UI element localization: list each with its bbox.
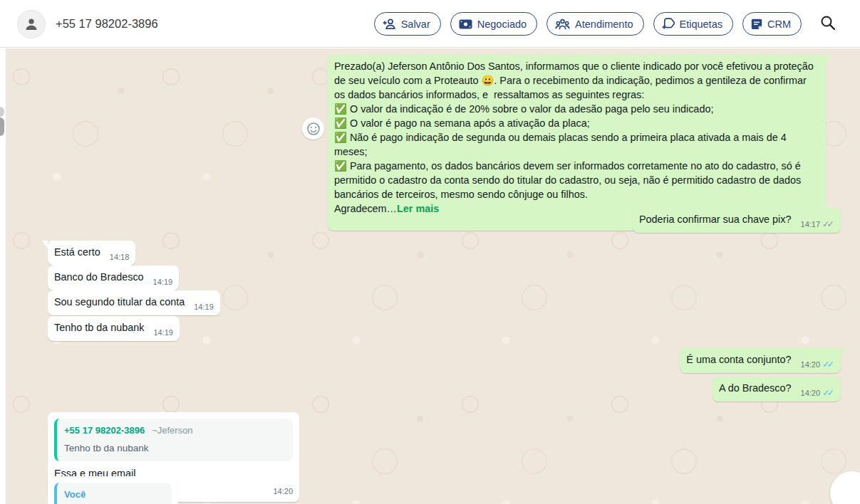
scroll-to-bottom-button[interactable]	[830, 471, 860, 504]
double-check-icon	[822, 217, 834, 231]
quote-author-suffix: ~Jeferson	[152, 425, 192, 436]
message-text: Sou segundo titular da conta	[54, 296, 185, 308]
message-text: A do Bradesco?	[719, 382, 792, 394]
message-bubble-out: Poderia confirmar sua chave pix? 14:17	[633, 208, 841, 233]
quote-block[interactable]: +55 17 98202-3896 ~Jeferson Tenho tb da …	[54, 419, 293, 461]
message-time: 14:20	[801, 389, 821, 397]
message-bubble-in: Sou segundo titular da conta 14:19	[48, 290, 220, 315]
person-icon	[23, 16, 40, 33]
labels-label: Etiquetas	[680, 19, 722, 30]
message-text: Banco do Bradesco	[54, 271, 144, 283]
quote-block[interactable]: Você A do Bradesco?	[54, 483, 172, 504]
emoji-react-button[interactable]	[302, 117, 324, 140]
search-icon	[819, 14, 836, 31]
save-contact-label: Salvar	[401, 19, 430, 30]
save-contact-button[interactable]: Salvar	[374, 12, 441, 36]
tag-add-icon	[662, 18, 675, 30]
message-time: 14:20	[801, 360, 821, 369]
quote-author: +55 17 98202-3896	[64, 425, 145, 436]
message-time: 14:17	[801, 220, 821, 229]
message-text: Está certo	[54, 246, 100, 258]
message-bubble-out: É uma conta conjunto? 14:20	[680, 348, 841, 373]
left-rail	[0, 48, 6, 504]
quote-author: Você	[64, 489, 86, 500]
message-bubble-in: Tenho tb da nubank 14:19	[48, 316, 180, 341]
message-text: É uma conta conjunto?	[686, 354, 791, 365]
search-button[interactable]	[819, 14, 837, 33]
message-time: 14:20	[273, 484, 293, 498]
double-check-icon	[822, 357, 834, 372]
negotiated-label: Negociado	[477, 19, 527, 30]
quote-text: Tenho tb da nubank	[64, 441, 286, 456]
negotiated-button[interactable]: Negociado	[450, 12, 537, 36]
service-label: Atendimento	[575, 19, 633, 30]
message-meta: 14:20	[801, 386, 834, 400]
read-more-link[interactable]: Ler mais	[397, 203, 439, 214]
rail-handle[interactable]	[0, 117, 4, 136]
chat-area: Prezado(a) Jeferson Antônio Dos Santos, …	[0, 48, 860, 504]
crm-button[interactable]: CRM	[742, 12, 802, 36]
message-text: Poderia confirmar sua chave pix?	[639, 214, 792, 225]
person-add-icon	[383, 18, 396, 30]
crm-label: CRM	[767, 19, 791, 30]
money-icon	[459, 19, 472, 29]
message-text: Prezado(a) Jeferson Antônio Dos Santos, …	[334, 61, 817, 214]
header-actions: Salvar Negociado Atendimento	[374, 0, 802, 48]
double-check-icon	[822, 386, 834, 400]
message-time: 14:19	[194, 300, 214, 314]
chat-header: +55 17 98202-3896 Salvar Negociado	[0, 0, 860, 48]
message-meta: 14:20	[801, 357, 834, 372]
message-bubble-in: Está certo 14:18	[48, 241, 135, 266]
people-icon	[555, 19, 570, 30]
message-time: 14:19	[153, 325, 173, 340]
message-bubble-in: Você A do Bradesco?	[48, 476, 178, 504]
contact-avatar[interactable]	[17, 10, 46, 38]
message-bubble-out: A do Bradesco? 14:20	[713, 377, 841, 401]
labels-button[interactable]: Etiquetas	[653, 12, 733, 36]
message-bubble-in: Banco do Bradesco 14:19	[48, 266, 179, 290]
contact-phone-title: +55 17 98202-3896	[56, 0, 158, 48]
message-text: Tenho tb da nubank	[54, 322, 144, 333]
smiley-icon	[306, 122, 321, 136]
service-button[interactable]: Atendimento	[546, 12, 643, 36]
message-meta: 14:17	[801, 217, 834, 231]
message-bubble-out: Prezado(a) Jeferson Antônio Dos Santos, …	[328, 55, 826, 231]
message-time: 14:18	[110, 250, 130, 264]
note-icon	[751, 19, 762, 30]
message-time: 14:19	[153, 275, 173, 289]
